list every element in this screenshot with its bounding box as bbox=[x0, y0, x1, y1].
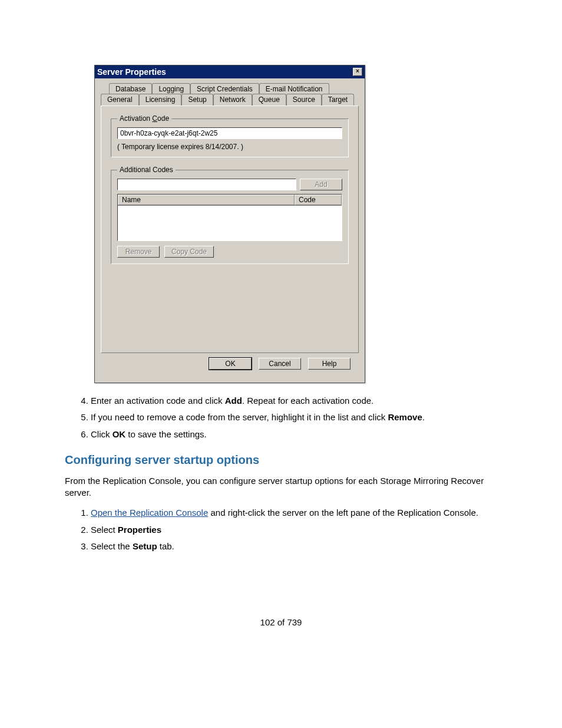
license-expiry-text: ( Temporary license expires 8/14/2007. ) bbox=[117, 143, 342, 151]
ok-button[interactable]: OK bbox=[209, 358, 252, 370]
step-6: Click OK to save the settings. bbox=[91, 429, 497, 440]
steps-list-a: Enter an activation code and click Add. … bbox=[65, 395, 497, 440]
tab-database[interactable]: Database bbox=[109, 83, 152, 94]
column-name[interactable]: Name bbox=[118, 195, 295, 205]
steps-list-b: Open the Replication Console and right-c… bbox=[65, 507, 497, 552]
tab-target[interactable]: Target bbox=[322, 94, 354, 106]
additional-codes-legend: Additional Codes bbox=[117, 166, 176, 174]
tab-licensing[interactable]: Licensing bbox=[139, 94, 182, 106]
help-button[interactable]: Help bbox=[308, 358, 351, 370]
activation-code-group: Activation Code ( Temporary license expi… bbox=[111, 114, 349, 157]
step-4: Enter an activation code and click Add. … bbox=[91, 395, 497, 407]
tab-panel-licensing: Activation Code ( Temporary license expi… bbox=[101, 106, 359, 353]
step-b1: Open the Replication Console and right-c… bbox=[91, 507, 497, 519]
open-replication-console-link[interactable]: Open the Replication Console bbox=[91, 508, 208, 518]
tab-email-notification[interactable]: E-mail Notification bbox=[259, 83, 329, 94]
tab-setup[interactable]: Setup bbox=[181, 94, 213, 106]
titlebar: Server Properties × bbox=[95, 65, 365, 78]
tab-queue[interactable]: Queue bbox=[252, 94, 286, 106]
tab-source[interactable]: Source bbox=[286, 94, 322, 106]
page-number: 102 of 739 bbox=[65, 617, 497, 627]
tab-strip: Database Logging Script Credentials E-ma… bbox=[101, 83, 359, 353]
tab-script-credentials[interactable]: Script Credentials bbox=[190, 83, 259, 94]
tab-general[interactable]: General bbox=[101, 94, 139, 106]
cancel-button[interactable]: Cancel bbox=[259, 358, 301, 370]
copy-code-button[interactable]: Copy Code bbox=[164, 246, 214, 258]
column-code[interactable]: Code bbox=[295, 195, 342, 205]
additional-codes-group: Additional Codes Add Name Code bbox=[111, 166, 349, 264]
step-b2: Select Properties bbox=[91, 524, 497, 536]
step-b3: Select the Setup tab. bbox=[91, 541, 497, 552]
tab-logging[interactable]: Logging bbox=[152, 83, 190, 94]
listview-header: Name Code bbox=[118, 195, 342, 206]
remove-button[interactable]: Remove bbox=[117, 246, 160, 258]
add-button[interactable]: Add bbox=[300, 179, 342, 190]
section-heading: Configuring server startup options bbox=[65, 453, 497, 467]
codes-listview[interactable]: Name Code bbox=[117, 194, 342, 241]
dialog-footer: OK Cancel Help bbox=[101, 353, 359, 377]
activation-code-input[interactable] bbox=[117, 127, 342, 139]
activation-code-legend: Activation Code bbox=[117, 114, 171, 123]
intro-paragraph: From the Replication Console, you can co… bbox=[65, 475, 497, 499]
server-properties-dialog: Server Properties × Database Logging Scr… bbox=[94, 65, 365, 383]
dialog-title: Server Properties bbox=[97, 67, 166, 77]
close-icon[interactable]: × bbox=[353, 68, 362, 76]
tab-network[interactable]: Network bbox=[213, 94, 252, 106]
step-5: If you need to remove a code from the se… bbox=[91, 411, 497, 423]
additional-code-input[interactable] bbox=[117, 179, 296, 190]
